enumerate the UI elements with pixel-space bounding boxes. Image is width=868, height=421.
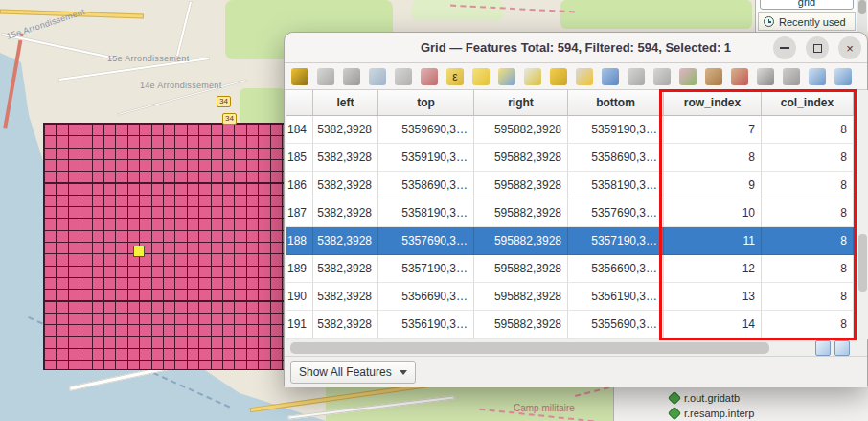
column-header-col_index[interactable]: col_index <box>762 90 854 116</box>
cell-bottom[interactable]: 5355690,3… <box>568 311 664 339</box>
cell-top[interactable]: 5356690,3… <box>378 283 474 311</box>
row-number[interactable]: 188 <box>286 227 313 255</box>
cell-bottom[interactable]: 5357190,3… <box>568 227 664 255</box>
toolbox-tool[interactable]: r.resamp.interp <box>614 406 868 421</box>
dock-table-icon[interactable] <box>834 68 852 85</box>
filter-select-icon[interactable] <box>550 68 567 85</box>
new-field-icon[interactable] <box>705 68 722 85</box>
move-selection-top-icon[interactable] <box>628 68 645 85</box>
cell-col_index[interactable]: 8 <box>762 255 854 283</box>
toolbox-tool[interactable]: r.out.gridatb <box>614 390 868 406</box>
cell-right[interactable]: 595882,3928 <box>474 116 568 144</box>
minimize-button[interactable] <box>773 36 796 59</box>
cell-row_index[interactable]: 11 <box>664 227 762 255</box>
deselect-all-icon[interactable] <box>524 68 541 85</box>
cell-bottom[interactable]: 5357690,3… <box>568 199 664 227</box>
switch-table-view-icon[interactable] <box>815 340 831 356</box>
table-row[interactable]: 1845382,39285359690,3…595882,39285359190… <box>286 116 854 144</box>
cell-left[interactable]: 5382,3928 <box>313 283 378 311</box>
switch-form-view-icon[interactable] <box>834 340 850 356</box>
cell-top[interactable]: 5356190,3… <box>378 311 474 339</box>
table-row[interactable]: 1875382,39285358190,3…595882,39285357690… <box>286 199 854 227</box>
select-by-expression-icon[interactable]: ε <box>446 68 464 85</box>
cell-bottom[interactable]: 5358190,3… <box>568 172 664 199</box>
cell-row_index[interactable]: 14 <box>664 311 762 339</box>
column-header-bottom[interactable]: bottom <box>568 90 664 116</box>
conditional-formatting-icon[interactable] <box>679 68 697 85</box>
cell-col_index[interactable]: 8 <box>762 116 854 144</box>
grid-vector-layer[interactable] <box>43 123 316 370</box>
cell-row_index[interactable]: 9 <box>664 172 762 199</box>
select-all-icon[interactable] <box>472 68 490 85</box>
row-number[interactable]: 187 <box>286 199 313 227</box>
dialog-titlebar[interactable]: Grid — Features Total: 594, Filtered: 59… <box>285 33 867 63</box>
invert-selection-icon[interactable] <box>498 68 515 85</box>
cell-bottom[interactable]: 5359190,3… <box>568 116 664 144</box>
row-number[interactable]: 189 <box>286 255 313 283</box>
cell-col_index[interactable]: 8 <box>762 172 854 199</box>
cell-col_index[interactable]: 8 <box>762 199 854 227</box>
cell-right[interactable]: 595882,3928 <box>474 227 568 255</box>
field-calculator-icon[interactable] <box>757 68 774 85</box>
cell-row_index[interactable]: 13 <box>664 283 762 311</box>
multi-edit-icon[interactable] <box>317 68 334 85</box>
cell-left[interactable]: 5382,3928 <box>313 172 378 199</box>
row-number[interactable]: 191 <box>286 311 313 339</box>
toolbox-scrollbar[interactable] <box>857 0 867 32</box>
settings-icon[interactable] <box>783 68 800 85</box>
table-row[interactable]: 1905382,39285356690,3…595882,39285356190… <box>286 283 854 311</box>
cell-col_index[interactable]: 8 <box>762 144 854 172</box>
close-button[interactable]: × <box>838 36 861 59</box>
column-header-top[interactable]: top <box>378 90 474 116</box>
cell-top[interactable]: 5358690,3… <box>378 172 474 199</box>
cell-left[interactable]: 5382,3928 <box>313 144 378 172</box>
toolbox-search-input[interactable]: grid <box>760 0 854 10</box>
vertical-scrollbar[interactable] <box>856 90 868 339</box>
cell-left[interactable]: 5382,3928 <box>313 199 378 227</box>
table-row[interactable]: 1855382,39285359190,3…595882,39285358690… <box>286 144 854 172</box>
cell-top[interactable]: 5357690,3… <box>378 227 474 255</box>
cell-top[interactable]: 5357190,3… <box>378 255 474 283</box>
add-feature-icon[interactable] <box>395 68 412 85</box>
feature-filter-button[interactable]: Show All Features <box>290 361 416 384</box>
cell-left[interactable]: 5382,3928 <box>313 116 378 144</box>
column-header-row_index[interactable]: row_index <box>664 90 762 116</box>
row-number[interactable]: 190 <box>286 283 313 311</box>
delete-selected-icon[interactable] <box>421 68 438 85</box>
cell-left[interactable]: 5382,3928 <box>313 311 378 339</box>
cell-row_index[interactable]: 12 <box>664 255 762 283</box>
cell-top[interactable]: 5358190,3… <box>378 199 474 227</box>
zoom-tool-icon[interactable] <box>809 68 826 85</box>
cell-col_index[interactable]: 8 <box>762 311 854 339</box>
column-header-left[interactable]: left <box>313 90 378 116</box>
horizontal-scrollbar-thumb[interactable] <box>290 342 769 354</box>
vertical-scrollbar-thumb[interactable] <box>858 234 867 292</box>
delete-field-icon[interactable] <box>731 68 748 85</box>
cell-row_index[interactable]: 7 <box>664 116 762 144</box>
maximize-button[interactable] <box>806 36 829 59</box>
table-row[interactable]: 1865382,39285358690,3…595882,39285358190… <box>286 172 854 199</box>
table-row[interactable]: 1885382,39285357690,3…595882,39285357190… <box>286 227 854 255</box>
pan-to-selection-icon[interactable] <box>602 68 619 85</box>
cell-bottom[interactable]: 5358690,3… <box>568 144 664 172</box>
cell-right[interactable]: 595882,3928 <box>474 144 568 172</box>
cell-right[interactable]: 595882,3928 <box>474 283 568 311</box>
selected-grid-cell[interactable] <box>133 246 145 257</box>
reload-table-icon[interactable] <box>369 68 386 85</box>
cell-col_index[interactable]: 8 <box>762 283 854 311</box>
zoom-to-selection-icon[interactable] <box>576 68 593 85</box>
row-number[interactable]: 185 <box>286 144 313 172</box>
toggle-editing-icon[interactable] <box>291 68 308 85</box>
row-number-header[interactable] <box>286 90 313 116</box>
horizontal-scrollbar[interactable] <box>286 339 867 356</box>
toolbox-scrollbar-thumb[interactable] <box>858 0 866 14</box>
cell-right[interactable]: 595882,3928 <box>474 255 568 283</box>
save-edits-icon[interactable] <box>343 68 360 85</box>
toolbox-recently-used-item[interactable]: Recently used <box>758 12 856 31</box>
cell-right[interactable]: 595882,3928 <box>474 311 568 339</box>
cell-top[interactable]: 5359190,3… <box>378 144 474 172</box>
cell-col_index[interactable]: 8 <box>762 227 854 255</box>
copy-selection-icon[interactable] <box>653 68 671 85</box>
cell-right[interactable]: 595882,3928 <box>474 199 568 227</box>
cell-row_index[interactable]: 8 <box>664 144 762 172</box>
